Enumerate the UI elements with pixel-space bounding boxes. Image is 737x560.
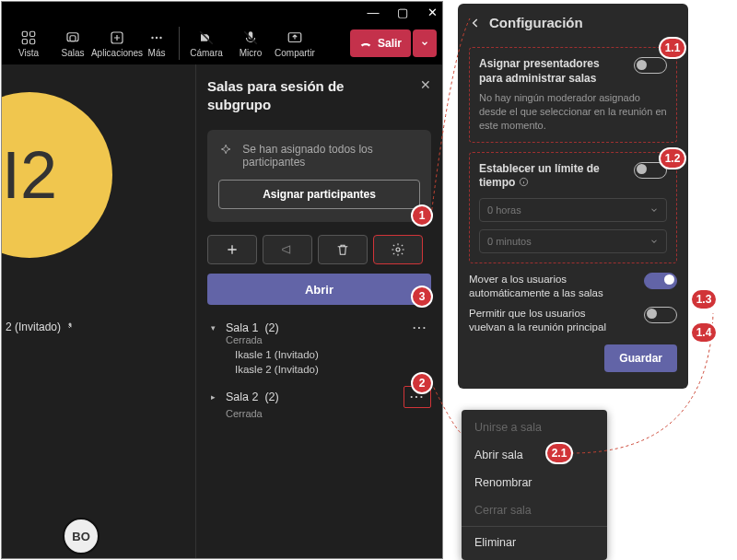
callout-3: 3 [411, 286, 433, 308]
room-member: Ikasle 2 (Invitado) [235, 364, 431, 375]
share-button[interactable]: Compartir [274, 23, 316, 64]
svg-rect-5 [70, 35, 76, 41]
close-panel-button[interactable]: ✕ [420, 77, 431, 92]
allow-return-toggle[interactable] [644, 307, 677, 323]
auto-move-row: Mover a los usuarios automáticamente a l… [469, 273, 677, 301]
mic-off-icon [242, 29, 259, 46]
maximize-button[interactable]: ▢ [394, 4, 411, 20]
trash-icon [335, 242, 350, 257]
collapse-icon[interactable]: ▾ [211, 323, 220, 332]
meeting-stage: I2 2 (Invitado) BO [2, 64, 195, 558]
svg-point-8 [156, 36, 158, 38]
assignment-info-text: Se han asignado todos los participantes [242, 143, 420, 169]
participant-avatar: I2 [2, 92, 112, 258]
back-icon[interactable] [469, 17, 482, 29]
breakout-rooms-panel: Salas para sesión de subgrupo ✕ Se han a… [195, 64, 442, 558]
room-item[interactable]: ▾ Sala 1 (2) ··· Cerrada Ikasle 1 (Invit… [207, 318, 431, 382]
chevron-down-icon [649, 205, 659, 215]
rooms-settings-button[interactable] [373, 235, 423, 264]
announce-button[interactable] [263, 235, 312, 264]
rooms-toolbar [207, 235, 431, 264]
save-settings-button[interactable]: Guardar [604, 344, 677, 372]
share-label: Compartir [275, 48, 315, 58]
presenters-label: Asignar presentadores para administrar s… [479, 57, 617, 86]
delete-room-button[interactable] [318, 235, 368, 264]
mic-muted-icon [64, 321, 76, 332]
view-button[interactable]: Vista [7, 23, 50, 64]
share-screen-icon [287, 29, 303, 46]
room-more-button[interactable]: ··· [413, 321, 431, 334]
minimize-button[interactable]: — [365, 4, 381, 20]
chevron-down-icon [420, 39, 429, 48]
meeting-toolbar: Vista Salas Aplicaciones Más Cámara Micr… [2, 22, 442, 64]
camera-button[interactable]: Cámara [185, 23, 228, 64]
callout-2: 2 [411, 372, 433, 394]
participant-name-text: 2 (Invitado) [6, 321, 61, 333]
svg-rect-1 [30, 31, 35, 36]
svg-rect-3 [30, 39, 35, 43]
add-room-button[interactable] [207, 235, 257, 264]
minutes-select[interactable]: 0 minutos [479, 229, 667, 253]
leave-menu-button[interactable] [413, 29, 437, 57]
avatar-initials: I2 [2, 137, 57, 213]
leave-button[interactable]: Salir [350, 29, 411, 57]
hours-select[interactable]: 0 horas [479, 198, 667, 222]
room-name: Sala 1 (2) [226, 321, 279, 334]
ctx-rename-room[interactable]: Renombrar [462, 469, 607, 496]
callout-1-3: 1.3 [690, 288, 718, 310]
callout-1: 1 [411, 204, 433, 227]
time-limit-label: Establecer un límite de tiempo [479, 162, 617, 191]
ctx-open-room[interactable]: Abrir sala [462, 441, 607, 469]
room-item[interactable]: ▸ Sala 2 (2) ··· Cerrada [207, 382, 431, 421]
ctx-delete-room[interactable]: Eliminar [462, 529, 607, 556]
grid-icon [20, 29, 37, 46]
callout-1-2: 1.2 [659, 147, 686, 169]
mic-label: Micro [240, 48, 262, 58]
sparkle-icon [218, 143, 233, 159]
svg-point-7 [151, 36, 153, 38]
presenters-toggle[interactable] [634, 57, 667, 74]
close-window-button[interactable]: ✕ [424, 4, 440, 20]
allow-return-label: Permitir que los usuarios vuelvan a la r… [469, 307, 616, 335]
presenters-section: Asignar presentadores para administrar s… [469, 47, 677, 143]
chevron-down-icon [649, 237, 659, 246]
info-icon [519, 177, 529, 187]
rooms-button[interactable]: Salas [52, 23, 94, 64]
more-button[interactable]: Más [140, 23, 173, 64]
hangup-icon [359, 37, 372, 50]
auto-move-toggle[interactable] [644, 273, 677, 289]
teams-window: — ▢ ✕ Vista Salas Aplicaciones Más Cámar… [1, 1, 443, 559]
expand-icon[interactable]: ▸ [211, 392, 220, 402]
callout-1-4: 1.4 [690, 321, 718, 344]
svg-rect-0 [22, 31, 27, 36]
room-status: Cerrada [226, 408, 431, 419]
room-context-menu: Unirse a sala Abrir sala Renombrar Cerra… [462, 410, 607, 560]
panel-title: Salas para sesión de subgrupo [207, 77, 392, 113]
gear-icon [391, 242, 405, 257]
mic-button[interactable]: Micro [229, 23, 272, 64]
assignment-info: Se han asignado todos los participantes … [207, 130, 431, 222]
leave-label: Salir [378, 37, 402, 50]
presenters-description: No hay ningún moderador asignado desde e… [479, 91, 667, 133]
participant-name: 2 (Invitado) [6, 321, 76, 333]
open-rooms-button[interactable]: Abrir [207, 274, 431, 305]
dots-icon [148, 29, 165, 46]
rooms-label: Salas [61, 48, 84, 58]
camera-label: Cámara [190, 48, 223, 58]
self-avatar[interactable]: BO [63, 518, 99, 554]
assign-participants-button[interactable]: Asignar participantes [218, 180, 420, 209]
svg-rect-2 [22, 39, 27, 43]
room-name: Sala 2 (2) [226, 391, 279, 403]
svg-rect-4 [67, 32, 78, 41]
hours-value: 0 horas [487, 204, 521, 216]
settings-title: Configuración [489, 15, 583, 30]
ctx-join-room: Unirse a sala [462, 414, 607, 441]
apps-button[interactable]: Aplicaciones [96, 23, 138, 64]
settings-header: Configuración [469, 15, 677, 30]
allow-return-row: Permitir que los usuarios vuelvan a la r… [469, 307, 677, 335]
separator [179, 27, 180, 60]
plus-square-icon [109, 29, 125, 46]
rooms-settings-panel: Configuración Asignar presentadores para… [458, 4, 688, 389]
apps-label: Aplicaciones [91, 48, 143, 58]
minutes-value: 0 minutos [487, 236, 532, 247]
